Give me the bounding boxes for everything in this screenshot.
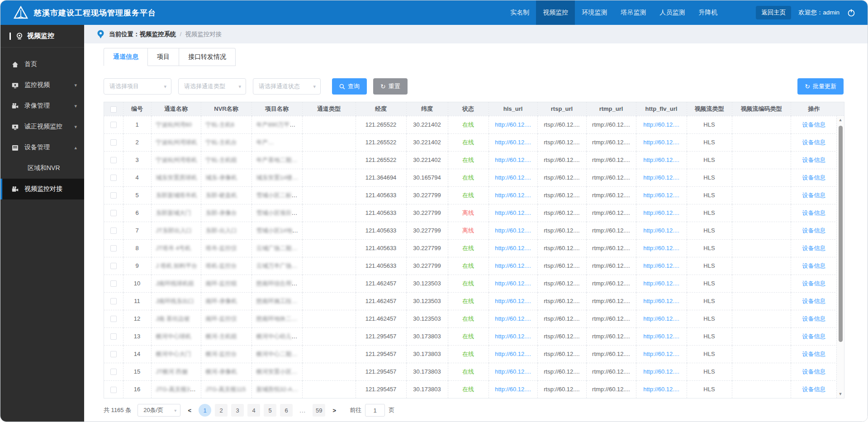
hls-url-link[interactable]: http://60.12.... xyxy=(495,227,531,234)
prev-page-button[interactable]: < xyxy=(184,404,195,417)
hls-url-link[interactable]: http://60.12.... xyxy=(495,386,531,393)
device-info-link[interactable]: 设备信息 xyxy=(802,298,826,304)
device-info-link[interactable]: 设备信息 xyxy=(802,156,826,163)
row-checkbox[interactable] xyxy=(110,298,117,304)
top-nav-item[interactable]: 塔吊监测 xyxy=(614,0,653,25)
filter-select[interactable]: 请选择通道类型▾ xyxy=(178,78,246,95)
flv-url-link[interactable]: http://60.12.... xyxy=(643,245,679,251)
sidebar-item[interactable]: 录像管理▾ xyxy=(0,95,84,116)
flv-url-link[interactable]: http://60.12.... xyxy=(643,209,679,216)
goto-page-input[interactable] xyxy=(365,404,385,417)
device-info-link[interactable]: 设备信息 xyxy=(802,262,826,269)
device-info-link[interactable]: 设备信息 xyxy=(802,245,826,251)
query-button[interactable]: 查询 xyxy=(332,78,367,95)
row-checkbox[interactable] xyxy=(110,369,117,375)
device-info-link[interactable]: 设备信息 xyxy=(802,386,826,393)
tab-接口转发情况[interactable]: 接口转发情况 xyxy=(179,48,236,66)
hls-url-link[interactable]: http://60.12.... xyxy=(495,209,531,216)
hls-url-link[interactable]: http://60.12.... xyxy=(495,174,531,181)
tab-项目[interactable]: 项目 xyxy=(148,48,179,66)
device-info-link[interactable]: 设备信息 xyxy=(802,121,826,128)
flv-url-link[interactable]: http://60.12.... xyxy=(643,156,679,163)
page-size-select[interactable]: 20条/页 ▾ xyxy=(138,404,180,417)
page-button[interactable]: 1 xyxy=(199,404,211,417)
sidebar-item[interactable]: 监控视频▾ xyxy=(0,75,84,95)
flv-url-link[interactable]: http://60.12.... xyxy=(643,139,679,146)
flv-url-link[interactable]: http://60.12.... xyxy=(643,227,679,234)
sidebar-item[interactable]: 设备管理▴ xyxy=(0,137,84,158)
top-nav-item[interactable]: 升降机 xyxy=(692,0,724,25)
flv-url-link[interactable]: http://60.12.... xyxy=(643,368,679,375)
hls-url-link[interactable]: http://60.12.... xyxy=(495,245,531,251)
next-page-button[interactable]: > xyxy=(329,404,340,417)
device-info-link[interactable]: 设备信息 xyxy=(802,351,826,357)
flv-url-link[interactable]: http://60.12.... xyxy=(643,351,679,357)
flv-url-link[interactable]: http://60.12.... xyxy=(643,298,679,304)
flv-url-link[interactable]: http://60.12.... xyxy=(643,192,679,199)
row-checkbox[interactable] xyxy=(110,245,117,251)
page-button[interactable]: 5 xyxy=(264,404,276,417)
flv-url-link[interactable]: http://60.12.... xyxy=(643,315,679,322)
row-checkbox[interactable] xyxy=(110,263,117,269)
back-home-button[interactable]: 返回主页 xyxy=(756,6,791,19)
hls-url-link[interactable]: http://60.12.... xyxy=(495,262,531,269)
hls-url-link[interactable]: http://60.12.... xyxy=(495,315,531,322)
row-checkbox[interactable] xyxy=(110,280,117,287)
flv-url-link[interactable]: http://60.12.... xyxy=(643,174,679,181)
page-button[interactable]: 4 xyxy=(247,404,260,417)
row-checkbox[interactable] xyxy=(110,175,117,181)
row-checkbox[interactable] xyxy=(110,387,117,393)
scrollbar-thumb[interactable] xyxy=(839,126,843,342)
filter-select[interactable]: 请选择通道状态▾ xyxy=(253,78,321,95)
breadcrumb-root[interactable]: 视频监控系统 xyxy=(140,30,176,38)
top-nav-item[interactable]: 视频监控 xyxy=(536,0,575,25)
row-checkbox[interactable] xyxy=(110,122,117,128)
flv-url-link[interactable]: http://60.12.... xyxy=(643,386,679,393)
row-checkbox[interactable] xyxy=(110,139,117,146)
device-info-link[interactable]: 设备信息 xyxy=(802,139,826,146)
flv-url-link[interactable]: http://60.12.... xyxy=(643,280,679,287)
scroll-down-icon[interactable]: ▼ xyxy=(837,392,844,396)
hls-url-link[interactable]: http://60.12.... xyxy=(495,368,531,375)
page-button[interactable]: 3 xyxy=(231,404,244,417)
top-nav-item[interactable]: 实名制 xyxy=(503,0,536,25)
page-button[interactable]: 2 xyxy=(215,404,228,417)
flv-url-link[interactable]: http://60.12.... xyxy=(643,262,679,269)
top-nav-item[interactable]: 环境监测 xyxy=(575,0,614,25)
sidebar-item[interactable]: 视频监控对接 xyxy=(0,179,84,199)
filter-select[interactable]: 请选择项目▾ xyxy=(104,78,171,95)
tab-通道信息[interactable]: 通道信息 xyxy=(104,48,148,66)
row-checkbox[interactable] xyxy=(110,351,117,357)
reset-button[interactable]: ↻ 重置 xyxy=(373,78,408,95)
device-info-link[interactable]: 设备信息 xyxy=(802,280,826,287)
hls-url-link[interactable]: http://60.12.... xyxy=(495,333,531,340)
sidebar-item[interactable]: 区域和NVR xyxy=(0,158,84,179)
hls-url-link[interactable]: http://60.12.... xyxy=(495,351,531,357)
scroll-up-icon[interactable]: ▲ xyxy=(837,118,844,122)
device-info-link[interactable]: 设备信息 xyxy=(802,315,826,322)
table-scrollbar[interactable]: ▲ ▼ xyxy=(836,116,844,398)
hls-url-link[interactable]: http://60.12.... xyxy=(495,298,531,304)
device-info-link[interactable]: 设备信息 xyxy=(802,368,826,375)
flv-url-link[interactable]: http://60.12.... xyxy=(643,333,679,340)
row-checkbox[interactable] xyxy=(110,157,117,163)
page-button[interactable]: 6 xyxy=(280,404,293,417)
top-nav-item[interactable]: 人员监测 xyxy=(653,0,692,25)
page-button[interactable]: 59 xyxy=(313,404,325,417)
row-checkbox[interactable] xyxy=(110,316,117,322)
sidebar-item[interactable]: 首页 xyxy=(0,54,84,75)
power-icon[interactable] xyxy=(847,8,856,17)
hls-url-link[interactable]: http://60.12.... xyxy=(495,192,531,199)
hls-url-link[interactable]: http://60.12.... xyxy=(495,139,531,146)
row-checkbox[interactable] xyxy=(110,228,117,234)
hls-url-link[interactable]: http://60.12.... xyxy=(495,280,531,287)
device-info-link[interactable]: 设备信息 xyxy=(802,174,826,181)
row-checkbox[interactable] xyxy=(110,210,117,216)
hls-url-link[interactable]: http://60.12.... xyxy=(495,156,531,163)
batch-update-button[interactable]: ↻ 批量更新 xyxy=(797,78,844,95)
row-checkbox[interactable] xyxy=(110,192,117,199)
device-info-link[interactable]: 设备信息 xyxy=(802,192,826,199)
sidebar-item[interactable]: 诚正视频监控▾ xyxy=(0,116,84,137)
select-all-checkbox[interactable] xyxy=(110,106,117,113)
row-checkbox[interactable] xyxy=(110,333,117,340)
